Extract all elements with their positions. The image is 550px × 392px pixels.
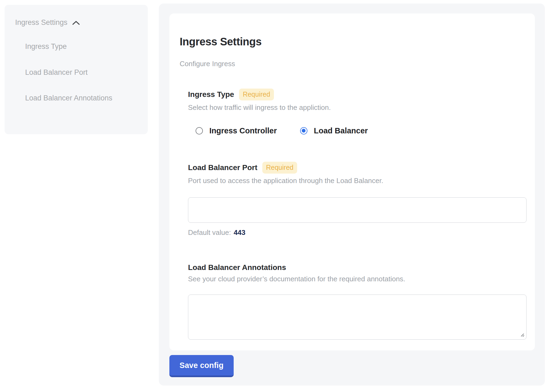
page-title: Ingress Settings [180, 36, 525, 48]
sidebar-item-load-balancer-port[interactable]: Load Balancer Port [25, 67, 133, 79]
load-balancer-annotations-textarea[interactable] [188, 295, 526, 340]
ingress-settings-card: Ingress Settings Configure Ingress Ingre… [169, 13, 535, 350]
field-ingress-type: Ingress Type Required Select how traffic… [188, 89, 525, 135]
default-value: 443 [234, 228, 245, 236]
radio-label: Ingress Controller [209, 126, 277, 135]
field-label: Ingress Type [188, 90, 234, 99]
default-value-line: Default value:443 [188, 228, 525, 237]
field-load-balancer-port-heading: Load Balancer Port Required [188, 162, 525, 174]
default-value-label: Default value: [188, 228, 231, 236]
required-badge: Required [239, 89, 274, 100]
sidebar-nav: Ingress Type Load Balancer Port Load Bal… [15, 41, 138, 104]
field-label: Load Balancer Port [188, 163, 257, 172]
field-ingress-type-heading: Ingress Type Required [188, 89, 525, 100]
chevron-up-icon [72, 20, 80, 25]
field-load-balancer-annotations-heading: Load Balancer Annotations [188, 263, 525, 272]
required-badge: Required [262, 162, 297, 174]
ingress-type-options: Ingress Controller Load Balancer [196, 126, 525, 135]
save-config-button[interactable]: Save config [169, 355, 234, 377]
field-load-balancer-port: Load Balancer Port Required Port used to… [188, 162, 525, 237]
radio-button [196, 127, 203, 134]
sidebar-section-ingress-settings[interactable]: Ingress Settings [15, 18, 138, 27]
sidebar-section-label: Ingress Settings [15, 18, 68, 27]
radio-button [300, 127, 307, 134]
radio-option-load-balancer[interactable]: Load Balancer [300, 126, 368, 135]
settings-panel: Ingress Settings Configure Ingress Ingre… [159, 4, 545, 386]
annotations-textarea-wrap [188, 295, 526, 340]
field-label: Load Balancer Annotations [188, 263, 286, 272]
field-description: See your cloud provider’s documentation … [188, 275, 525, 283]
settings-sidebar: Ingress Settings Ingress Type Load Balan… [5, 5, 148, 134]
sidebar-item-load-balancer-annotations[interactable]: Load Balancer Annotations [25, 92, 133, 104]
fields-container: Ingress Type Required Select how traffic… [188, 89, 525, 340]
field-load-balancer-annotations: Load Balancer Annotations See your cloud… [188, 263, 525, 340]
page-subtitle: Configure Ingress [180, 60, 525, 68]
load-balancer-port-input[interactable] [188, 197, 526, 223]
radio-label: Load Balancer [314, 126, 368, 135]
field-description: Port used to access the application thro… [188, 177, 525, 185]
sidebar-item-ingress-type[interactable]: Ingress Type [25, 41, 133, 53]
field-description: Select how traffic will ingress to the a… [188, 103, 525, 112]
radio-option-ingress-controller[interactable]: Ingress Controller [196, 126, 277, 135]
